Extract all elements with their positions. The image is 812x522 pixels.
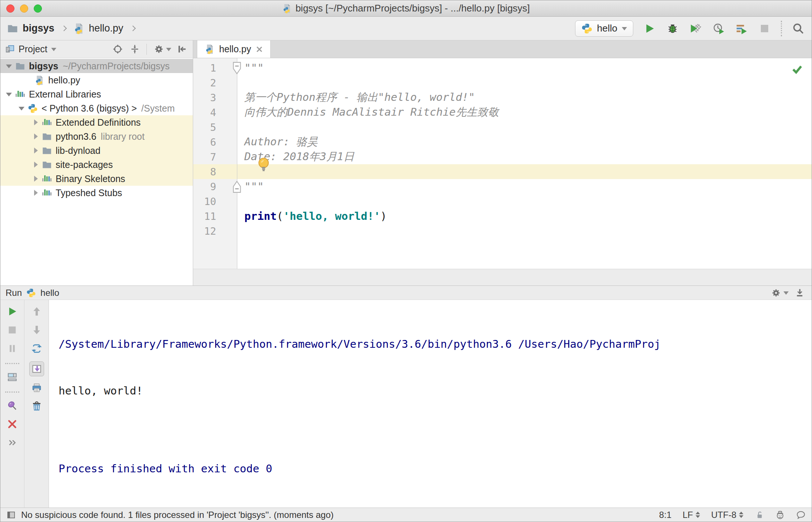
soft-wrap-button[interactable] (31, 343, 42, 356)
scroll-to-end-button[interactable] (29, 361, 44, 376)
tree-item-binary-skeletons[interactable]: Binary Skeletons (0, 172, 193, 186)
run-button[interactable] (643, 22, 656, 35)
concurrency-icon (736, 23, 747, 34)
clear-all-button[interactable] (31, 401, 42, 413)
zoom-window-button[interactable] (34, 4, 42, 13)
code-editor[interactable]: 1""" 2 3第一个Python程序 - 输出"hello, world!" … (193, 58, 812, 269)
pin-tab-button[interactable] (7, 400, 18, 413)
fold-region-end-icon[interactable] (232, 180, 242, 194)
chevron-collapsed-icon[interactable] (30, 176, 41, 182)
run-configuration-name: hello (597, 23, 617, 34)
breadcrumb-file[interactable]: hello.py (89, 23, 123, 34)
chevron-collapsed-icon[interactable] (30, 133, 41, 139)
inspection-ok-icon[interactable] (791, 63, 803, 75)
up-stacktrace-button[interactable] (31, 306, 42, 318)
window-title: bigsys [~/PycharmProjects/bigsys] - .../… (296, 3, 530, 14)
project-panel: Project bigsys ~/PycharmProjects/bigsys (0, 40, 193, 285)
down-stacktrace-button[interactable] (31, 324, 42, 337)
python-file-icon (34, 75, 44, 85)
run-icon (644, 23, 656, 34)
debug-button[interactable] (666, 22, 679, 35)
tree-item-annotation: library root (101, 131, 145, 142)
encoding-select[interactable]: UTF-8 (711, 510, 743, 520)
python-file-icon (282, 4, 292, 13)
breadcrumb-project[interactable]: bigsys (23, 23, 55, 34)
chevron-collapsed-icon[interactable] (30, 148, 41, 153)
run-configuration-select[interactable]: hello (575, 20, 633, 37)
chevron-collapsed-icon[interactable] (30, 119, 41, 125)
chevron-collapsed-icon[interactable] (30, 162, 41, 168)
tab-hello-py[interactable]: hello.py (197, 40, 271, 58)
chevron-down-icon[interactable] (51, 48, 56, 54)
run-panel-toolbar (0, 300, 49, 508)
main-area: Project bigsys ~/PycharmProjects/bigsys (0, 40, 812, 285)
tree-item-lib-dynload[interactable]: lib-dynload (0, 143, 193, 158)
event-log-bubble-icon[interactable] (796, 510, 806, 520)
fold-region-start-icon[interactable] (232, 62, 242, 75)
toolwindow-toggle-icon[interactable] (6, 510, 16, 520)
tree-item-python3-6[interactable]: python3.6 library root (0, 129, 193, 143)
layout-icon (7, 371, 18, 383)
search-everywhere-button[interactable] (792, 22, 805, 35)
tree-item-site-packages[interactable]: site-packages (0, 158, 193, 172)
tree-item-external-libraries[interactable]: External Libraries (0, 87, 193, 101)
locate-file-button[interactable] (111, 43, 124, 56)
collapse-all-icon (130, 44, 140, 54)
status-bar-widgets: 8:1 LF UTF-8 (659, 510, 806, 520)
minimize-window-button[interactable] (20, 4, 28, 13)
print-button[interactable] (31, 382, 42, 395)
chevron-expanded-icon[interactable] (16, 103, 27, 113)
tree-item-extended-definitions[interactable]: Extended Definitions (0, 115, 193, 129)
tree-item-hello-py[interactable]: hello.py (0, 73, 193, 87)
run-panel-settings-button[interactable] (769, 286, 783, 300)
code-line: 向伟大的Dennis MacAlistair Ritchie先生致敬 (237, 105, 499, 120)
rerun-button[interactable] (7, 306, 18, 318)
library-icon (42, 188, 52, 198)
editor-tab-bar: hello.py (193, 40, 812, 58)
python-file-icon (73, 23, 85, 34)
chevron-expanded-icon[interactable] (3, 89, 14, 99)
panel-settings-button[interactable] (152, 43, 165, 56)
stop-process-button[interactable] (7, 324, 18, 337)
close-run-tab-button[interactable] (7, 419, 18, 431)
hide-run-panel-button[interactable] (793, 286, 806, 300)
close-x-icon (7, 419, 18, 430)
restore-layout-button[interactable] (7, 371, 18, 384)
tree-item-annotation: /System (141, 103, 175, 114)
python-icon (28, 103, 38, 113)
pause-output-button[interactable] (7, 343, 18, 356)
hide-down-icon (795, 288, 805, 298)
chevron-expanded-icon[interactable] (3, 61, 14, 71)
close-tab-icon[interactable] (255, 46, 263, 53)
tree-item-typeshed-stubs[interactable]: Typeshed Stubs (0, 186, 193, 200)
profiler-button[interactable] (712, 22, 725, 35)
run-with-coverage-button[interactable] (689, 22, 702, 35)
close-window-button[interactable] (6, 4, 14, 13)
caret-position[interactable]: 8:1 (659, 510, 671, 520)
tree-item-bigsys[interactable]: bigsys ~/PycharmProjects/bigsys (0, 59, 193, 73)
folder-icon (42, 146, 52, 156)
python-icon (26, 288, 36, 298)
spinner-arrows-icon (696, 512, 700, 518)
folder-icon (7, 23, 18, 34)
tree-item-label: bigsys (29, 61, 58, 72)
tree-item-python-sdk[interactable]: < Python 3.6 (bigsys) > /System (0, 101, 193, 115)
line-separator-select[interactable]: LF (683, 510, 700, 520)
more-actions-button[interactable] (7, 437, 18, 450)
editor-area: hello.py 1""" 2 3第一个Python程序 - 输出"hello,… (193, 40, 812, 285)
scroll-to-end-icon (31, 363, 42, 374)
line-number: 2 (193, 77, 237, 89)
unlock-icon[interactable] (755, 510, 764, 520)
stop-button[interactable] (758, 22, 771, 35)
run-console[interactable]: /System/Library/Frameworks/Python.framew… (49, 300, 812, 508)
project-panel-title[interactable]: Project (19, 44, 47, 54)
collapse-all-button[interactable] (128, 43, 141, 56)
hide-panel-button[interactable] (175, 43, 188, 56)
chevron-collapsed-icon[interactable] (30, 190, 41, 196)
inspector-profile-icon[interactable] (775, 510, 785, 520)
run-panel-body: /System/Library/Frameworks/Python.framew… (0, 300, 812, 508)
run-panel-title[interactable]: Run (6, 288, 22, 298)
intention-bulb-icon[interactable] (255, 156, 272, 172)
library-icon (42, 118, 52, 128)
concurrency-diagram-button[interactable] (735, 22, 748, 35)
